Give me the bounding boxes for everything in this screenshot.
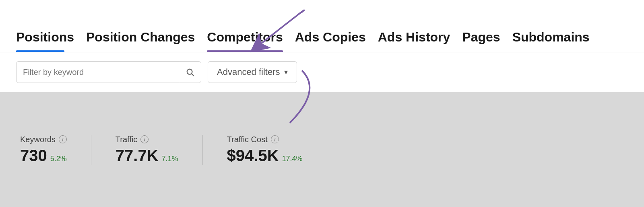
search-button[interactable]: [179, 62, 201, 83]
tab-label-positions: Positions: [16, 30, 74, 45]
tabs-container: Positions Position Changes Competitors A…: [0, 0, 644, 52]
search-input-wrapper: [16, 61, 201, 83]
traffic-change: 7.1%: [162, 155, 178, 163]
tab-positions[interactable]: Positions: [16, 0, 86, 52]
stat-traffic-cost: Traffic Cost i $94.5K 17.4%: [227, 135, 327, 165]
keywords-info-icon[interactable]: i: [59, 135, 67, 143]
stats-section: Keywords i 730 5.2% Traffic i 77.7K 7.1%: [0, 92, 644, 207]
stat-traffic: Traffic i 77.7K 7.1%: [116, 135, 203, 165]
tab-subdomains[interactable]: Subdomains: [512, 0, 590, 52]
tab-label-ads-copies: Ads Copies: [295, 30, 366, 45]
chevron-down-icon: ▾: [284, 68, 288, 77]
stat-traffic-cost-values: $94.5K 17.4%: [227, 147, 303, 165]
keywords-main-value: 730: [20, 147, 47, 165]
search-icon: [186, 68, 194, 77]
tab-label-subdomains: Subdomains: [512, 30, 590, 45]
search-input[interactable]: [17, 68, 179, 77]
tab-pages[interactable]: Pages: [462, 0, 512, 52]
tab-position-changes[interactable]: Position Changes: [86, 0, 207, 52]
traffic-cost-main-value: $94.5K: [227, 147, 279, 165]
page-wrapper: Positions Position Changes Competitors A…: [0, 0, 644, 207]
filter-bar: Advanced filters ▾: [0, 52, 644, 92]
tab-ads-history[interactable]: Ads History: [378, 0, 462, 52]
stat-traffic-cost-label: Traffic Cost i: [227, 135, 303, 144]
advanced-filters-button[interactable]: Advanced filters ▾: [208, 61, 297, 83]
advanced-filters-label: Advanced filters: [217, 67, 280, 77]
svg-line-1: [192, 74, 194, 76]
traffic-main-value: 77.7K: [116, 147, 159, 165]
tabs-bar: Positions Position Changes Competitors A…: [0, 0, 644, 52]
traffic-cost-info-icon[interactable]: i: [271, 135, 279, 143]
stats-list: Keywords i 730 5.2% Traffic i 77.7K 7.1%: [20, 135, 351, 165]
tab-label-position-changes: Position Changes: [86, 30, 195, 45]
traffic-cost-change: 17.4%: [282, 155, 303, 163]
tab-competitors[interactable]: Competitors: [207, 0, 295, 52]
tab-label-competitors: Competitors: [207, 30, 283, 45]
stat-traffic-values: 77.7K 7.1%: [116, 147, 178, 165]
tab-label-ads-history: Ads History: [378, 30, 450, 45]
traffic-info-icon[interactable]: i: [140, 135, 149, 143]
stat-traffic-label: Traffic i: [116, 135, 178, 144]
tab-label-pages: Pages: [462, 30, 500, 45]
stat-keywords-label: Keywords i: [20, 135, 67, 144]
keywords-change: 5.2%: [50, 155, 67, 163]
stat-keywords-values: 730 5.2%: [20, 147, 67, 165]
tab-ads-copies[interactable]: Ads Copies: [295, 0, 378, 52]
tabs-list: Positions Position Changes Competitors A…: [16, 0, 590, 52]
stat-keywords: Keywords i 730 5.2%: [20, 135, 91, 165]
